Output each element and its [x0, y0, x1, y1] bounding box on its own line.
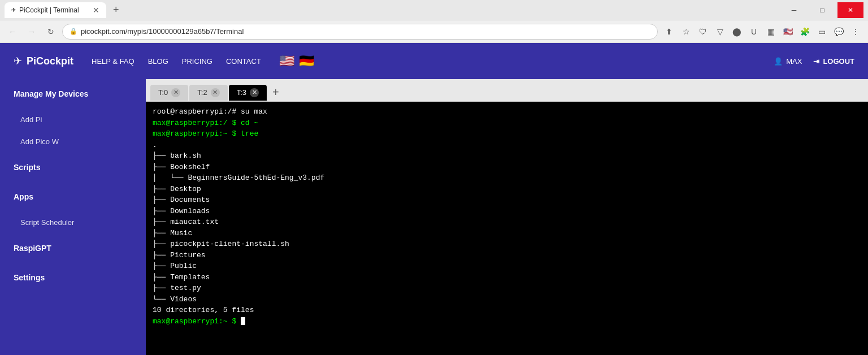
- terminal-new-tab-button[interactable]: +: [268, 84, 284, 101]
- terminal-line: ├── Pictures: [153, 250, 861, 261]
- brand-icon: ✈: [14, 55, 22, 67]
- terminal-cursor: [241, 317, 245, 325]
- sidebar-label-script-scheduler: Script Scheduler: [20, 218, 74, 227]
- terminal-line: └── Videos: [153, 294, 861, 305]
- tab-t2-label: T:2: [197, 88, 207, 97]
- nav-flags: 🇺🇸 🇩🇪: [279, 54, 314, 68]
- sidebar-item-script-scheduler[interactable]: Script Scheduler: [0, 211, 146, 233]
- address-bar[interactable]: 🔒 picockpit.com/mypis/10000000129a65b7/T…: [62, 24, 658, 40]
- sidebar-item-add-pi[interactable]: Add Pi: [0, 109, 146, 131]
- terminal-line: ├── picockpit-client-install.sh: [153, 239, 861, 250]
- tab-t0-close[interactable]: ✕: [171, 88, 180, 97]
- terminal-output[interactable]: root@raspberrypi:/# su maxmax@raspberryp…: [146, 102, 868, 355]
- flag-us[interactable]: 🇺🇸: [279, 54, 294, 68]
- sidebar-label-add-pi: Add Pi: [20, 115, 42, 124]
- sidebar-label-scripts: Scripts: [14, 163, 40, 172]
- content-area: T:0 ✕ T:2 ✕ T:3 ✕ + root@raspberrypi:/# …: [146, 79, 868, 355]
- user-name: MAX: [786, 57, 802, 66]
- window-controls: ─ □ ✕: [781, 2, 863, 18]
- terminal-line: max@raspberrypi:/ $ cd ~: [153, 118, 861, 129]
- sidebar-item-manage-devices[interactable]: Manage My Devices: [0, 79, 146, 109]
- terminal-line: ├── Documents: [153, 194, 861, 206]
- browser-chrome: ✈ PiCockpit | Terminal ✕ + ─ □ ✕ ← → ↻ 🔒…: [0, 0, 868, 43]
- brand[interactable]: ✈ PiCockpit: [14, 55, 73, 67]
- terminal-line: ├── Public: [153, 261, 861, 272]
- bookmark-icon[interactable]: ☆: [678, 24, 694, 40]
- tab-t2-close[interactable]: ✕: [211, 88, 220, 97]
- tab-t3-close[interactable]: ✕: [250, 88, 259, 97]
- tab-t3-label: T:3: [237, 88, 246, 97]
- terminal-line: ├── miaucat.txt: [153, 217, 861, 228]
- flag-de[interactable]: 🇩🇪: [299, 54, 314, 68]
- top-nav: ✈ PiCockpit HELP & FAQ BLOG PRICING CONT…: [0, 43, 868, 79]
- browser-addressbar: ← → ↻ 🔒 picockpit.com/mypis/10000000129a…: [0, 20, 868, 43]
- address-text: picockpit.com/mypis/10000000129a65b7/Ter…: [81, 27, 650, 36]
- sidebar-item-apps[interactable]: Apps: [0, 182, 146, 211]
- browser-titlebar: ✈ PiCockpit | Terminal ✕ + ─ □ ✕: [0, 0, 868, 20]
- browser-tab-active[interactable]: ✈ PiCockpit | Terminal ✕: [5, 2, 106, 18]
- nav-right: 👤 MAX ⇥ LOGOUT: [774, 57, 854, 66]
- terminal-tabs: T:0 ✕ T:2 ✕ T:3 ✕ +: [146, 79, 868, 102]
- terminal-tab-t0[interactable]: T:0 ✕: [150, 85, 188, 101]
- user-icon: 👤: [774, 57, 783, 66]
- sidebar-icon[interactable]: ▭: [814, 24, 830, 40]
- nav-link-help[interactable]: HELP & FAQ: [92, 57, 134, 66]
- share-icon[interactable]: ⬆: [661, 24, 677, 40]
- ext4-icon[interactable]: ▦: [763, 24, 779, 40]
- app-container: ✈ PiCockpit HELP & FAQ BLOG PRICING CONT…: [0, 43, 868, 355]
- sidebar-item-settings[interactable]: Settings: [0, 263, 146, 292]
- profile-icon[interactable]: 🇺🇸: [780, 24, 796, 40]
- terminal-line: ├── Templates: [153, 272, 861, 283]
- sidebar-item-scripts[interactable]: Scripts: [0, 153, 146, 182]
- ext2-icon[interactable]: ⬤: [729, 24, 745, 40]
- forward-button[interactable]: →: [24, 24, 40, 40]
- sidebar-label-manage-devices: Manage My Devices: [14, 89, 88, 98]
- sidebar: Manage My Devices Add Pi Add Pico W Scri…: [0, 79, 146, 355]
- ext3-icon[interactable]: U: [746, 24, 762, 40]
- tab-t0-label: T:0: [158, 88, 168, 97]
- new-tab-button[interactable]: +: [108, 2, 124, 18]
- nav-logout-button[interactable]: ⇥ LOGOUT: [813, 57, 854, 66]
- tab-close-button[interactable]: ✕: [93, 6, 99, 14]
- terminal-line: ├── Desktop: [153, 184, 861, 195]
- terminal-line: ├── Music: [153, 228, 861, 239]
- sidebar-label-settings: Settings: [14, 273, 45, 282]
- terminal-line: 10 directories, 5 files: [153, 305, 861, 316]
- sidebar-label-add-pico-w: Add Pico W: [20, 137, 59, 146]
- sidebar-label-apps: Apps: [14, 192, 33, 201]
- brand-name: PiCockpit: [27, 55, 73, 67]
- terminal-line: │ └── BeginnersGuide-5thEd-Eng_v3.pdf: [153, 172, 861, 184]
- tab-title: PiCockpit | Terminal: [19, 6, 89, 14]
- nav-user[interactable]: 👤 MAX: [774, 57, 802, 66]
- tab-favicon: ✈: [11, 7, 16, 13]
- toolbar-icons: ⬆ ☆ 🛡 ▽ ⬤ U ▦ 🇺🇸 🧩 ▭ 💬 ⋮: [661, 24, 863, 40]
- shield-icon[interactable]: 🛡: [695, 24, 711, 40]
- nav-link-contact[interactable]: CONTACT: [226, 57, 261, 66]
- minimize-button[interactable]: ─: [781, 2, 807, 18]
- terminal-line: ├── test.py: [153, 283, 861, 294]
- terminal-line: .: [153, 140, 861, 151]
- terminal-tab-t3[interactable]: T:3 ✕: [229, 85, 267, 101]
- nav-link-pricing[interactable]: PRICING: [182, 57, 212, 66]
- maximize-button[interactable]: □: [809, 2, 835, 18]
- puzzle-icon[interactable]: 🧩: [797, 24, 813, 40]
- logout-icon: ⇥: [813, 57, 819, 66]
- close-button[interactable]: ✕: [837, 2, 863, 18]
- refresh-button[interactable]: ↻: [43, 24, 59, 40]
- menu-icon[interactable]: ⋮: [848, 24, 863, 40]
- sidebar-item-raspigpt[interactable]: RaspiGPT: [0, 233, 146, 263]
- terminal-tab-t2[interactable]: T:2 ✕: [189, 85, 227, 101]
- nav-links: HELP & FAQ BLOG PRICING CONTACT: [92, 57, 261, 66]
- ext1-icon[interactable]: ▽: [712, 24, 728, 40]
- chat-icon[interactable]: 💬: [831, 24, 847, 40]
- lock-icon: 🔒: [70, 28, 77, 35]
- nav-link-blog[interactable]: BLOG: [148, 57, 168, 66]
- terminal-line: ├── Downloads: [153, 206, 861, 217]
- terminal-line: ├── bark.sh: [153, 150, 861, 162]
- terminal-line: ├── Bookshelf: [153, 162, 861, 173]
- back-button[interactable]: ←: [5, 24, 20, 40]
- sidebar-label-raspigpt: RaspiGPT: [14, 244, 51, 253]
- terminal-line: root@raspberrypi:/# su max: [153, 106, 861, 118]
- main-layout: Manage My Devices Add Pi Add Pico W Scri…: [0, 79, 868, 355]
- sidebar-item-add-pico-w[interactable]: Add Pico W: [0, 131, 146, 153]
